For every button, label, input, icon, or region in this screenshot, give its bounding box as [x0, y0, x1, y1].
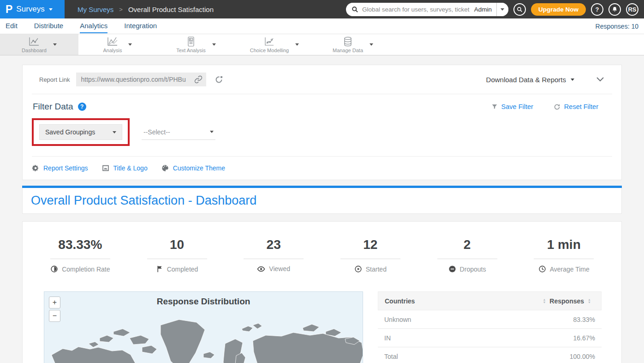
breadcrumb-my-surveys[interactable]: My Surveys: [78, 6, 113, 13]
tab-text-analysis-caret[interactable]: [212, 43, 216, 46]
analytics-toolbar: Dashboard Analysis Text Analysis: [0, 34, 644, 55]
report-link-label: Report Link: [39, 76, 70, 83]
zoom-in-button[interactable]: +: [49, 296, 60, 309]
search-icon: [352, 6, 358, 13]
charts-row: + − Response Distribution: [23, 291, 621, 363]
tab-label: Choice Modelling: [250, 48, 289, 53]
chevron-down-icon: [113, 131, 116, 133]
breadcrumb: My Surveys > Overall Product Satisfactio…: [78, 6, 214, 13]
countries-table: Countries ▲▼ Responses ▲▼ Unknown 83.33%…: [378, 291, 602, 363]
nav-integration[interactable]: Integration: [124, 19, 157, 33]
eye-icon: [257, 266, 265, 272]
stat-completed: 10 Completed: [129, 237, 226, 273]
collapse-panel-chevron[interactable]: [596, 77, 604, 82]
funnel-icon: [491, 103, 498, 110]
saved-groupings-dropdown[interactable]: Saved Groupings: [39, 124, 122, 140]
image-icon: [102, 164, 109, 172]
main-content: Report Link Download Data & Reports: [0, 55, 644, 363]
chevron-down-icon: [49, 8, 53, 11]
product-switcher[interactable]: P Surveys: [0, 0, 65, 18]
col-countries: Countries: [385, 297, 415, 305]
tab-choice-modelling-caret[interactable]: [295, 43, 299, 46]
top-bar: P Surveys My Surveys > Overall Product S…: [0, 0, 644, 18]
tab-choice-modelling[interactable]: Choice Modelling: [235, 34, 314, 55]
report-link-field: [76, 73, 206, 86]
stat-viewed: 23 Viewed: [225, 237, 322, 273]
notifications-button[interactable]: [608, 3, 621, 16]
search-toggle-button[interactable]: [513, 3, 526, 16]
nav-edit[interactable]: Edit: [6, 19, 18, 33]
filter-help-icon[interactable]: ?: [78, 103, 86, 111]
countries-table-header: Countries ▲▼ Responses ▲▼: [378, 291, 602, 310]
global-search-input[interactable]: [362, 6, 470, 13]
questionpro-logo: P: [6, 3, 12, 16]
topbar-actions: Admin Upgrade Now ? RS: [346, 3, 644, 16]
dashboard-title-section: Overall Product Satisfaction - Dashboard: [22, 186, 622, 214]
chevron-down-icon: [571, 79, 574, 81]
col-responses: Responses: [549, 297, 584, 305]
nav-analytics[interactable]: Analytics: [80, 19, 107, 33]
gear-icon: [32, 164, 39, 172]
annotation-highlight-box: Saved Groupings: [32, 118, 130, 146]
sort-responses-icon[interactable]: ▲▼: [588, 298, 591, 304]
sort-countries-icon[interactable]: ▲▼: [543, 298, 546, 304]
tab-label: Manage Data: [333, 48, 363, 53]
search-scope-dropdown[interactable]: [496, 3, 508, 16]
download-data-reports-dropdown[interactable]: Download Data & Reports: [486, 76, 574, 84]
dashboard-chart-icon: [28, 36, 40, 47]
analysis-chart-icon: [107, 36, 119, 47]
nav-distribute[interactable]: Distribute: [34, 19, 63, 33]
table-row: Total 100.00%: [378, 347, 602, 363]
customize-theme-link[interactable]: Customize Theme: [161, 164, 225, 172]
minus-circle-icon: [448, 265, 456, 273]
dashboard-card: 83.33% Completion Rate 10 Completed: [22, 221, 622, 363]
page-title: Overall Product Satisfaction - Dashboard: [31, 194, 256, 208]
tab-manage-data[interactable]: Manage Data: [314, 34, 392, 55]
report-settings-link[interactable]: Report Settings: [32, 164, 88, 172]
refresh-report-icon[interactable]: [215, 75, 223, 84]
download-label: Download Data & Reports: [486, 76, 566, 84]
stat-average-time: 1 min Average Time: [515, 237, 612, 273]
grouping-select-dropdown[interactable]: --Select--: [142, 124, 215, 140]
chevron-down-icon: [210, 131, 214, 133]
title-logo-link[interactable]: Title & Logo: [102, 164, 148, 172]
tab-analysis[interactable]: Analysis: [78, 34, 157, 55]
tab-dashboard-caret[interactable]: [53, 43, 57, 46]
tab-label: Text Analysis: [176, 48, 206, 53]
report-link-input[interactable]: [81, 76, 194, 83]
survey-nav: Edit Distribute Analytics Integration: [6, 19, 157, 33]
flag-icon: [156, 265, 163, 273]
bell-icon: [612, 6, 618, 12]
response-distribution-map[interactable]: + − Response Distribution: [44, 291, 363, 363]
play-icon: [354, 265, 362, 273]
map-title: Response Distribution: [44, 292, 363, 307]
upgrade-now-button[interactable]: Upgrade Now: [531, 3, 586, 16]
stat-completion-rate: 83.33% Completion Rate: [32, 237, 129, 273]
report-panel: Report Link Download Data & Reports: [22, 65, 622, 180]
avatar[interactable]: RS: [626, 3, 638, 16]
tab-label: Analysis: [103, 48, 122, 53]
stats-row: 83.33% Completion Rate 10 Completed: [23, 222, 621, 273]
choice-modelling-icon: [264, 36, 275, 47]
reset-filter-button[interactable]: Reset Filter: [554, 103, 598, 110]
table-row: IN 16.67%: [378, 329, 602, 347]
product-menu-label: Surveys: [16, 5, 44, 14]
responses-count: Responses: 10: [596, 23, 638, 30]
tab-dashboard[interactable]: Dashboard: [0, 34, 78, 55]
save-filter-button[interactable]: Save Filter: [491, 103, 533, 110]
completion-rate-icon: [50, 265, 58, 273]
text-analysis-icon: [186, 36, 196, 47]
global-search: Admin: [346, 3, 508, 16]
filter-data-heading: Filter Data: [33, 102, 73, 112]
reset-icon: [554, 103, 561, 110]
tab-text-analysis[interactable]: Text Analysis: [157, 34, 235, 55]
search-icon: [517, 6, 523, 12]
help-button[interactable]: ?: [591, 3, 603, 16]
link-icon[interactable]: [194, 75, 203, 84]
stat-dropouts: 2 Dropouts: [419, 237, 516, 273]
breadcrumb-current: Overall Product Satisfaction: [128, 6, 214, 13]
tab-manage-data-caret[interactable]: [370, 43, 373, 46]
world-map-graphic: [44, 311, 363, 363]
tab-label: Dashboard: [22, 48, 47, 53]
tab-analysis-caret[interactable]: [128, 43, 132, 46]
